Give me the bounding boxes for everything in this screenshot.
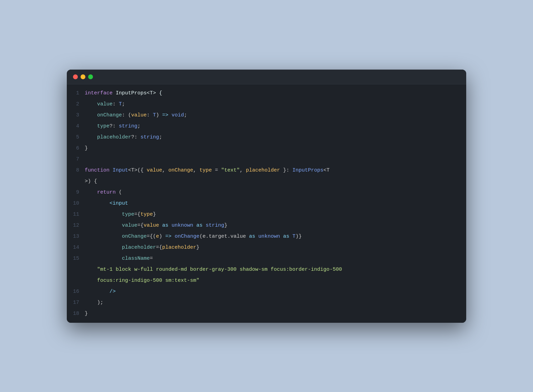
titlebar [67, 70, 466, 84]
code-line-18: 18 } [67, 308, 466, 319]
code-line-15a: 15 className= [67, 253, 466, 264]
line-number: 9 [67, 187, 85, 198]
line-number: 12 [67, 220, 85, 231]
line-number: 2 [67, 99, 85, 110]
line-number: 17 [67, 298, 85, 308]
code-line-5: 5 placeholder?: string; [67, 132, 466, 143]
line-number: 5 [67, 132, 85, 143]
code-line-14: 14 placeholder={placeholder} [67, 242, 466, 253]
line-number: 8 [67, 165, 85, 176]
line-content: onChange: (value: T) => void; [85, 110, 466, 121]
line-number: 18 [67, 309, 85, 319]
line-number: 1 [67, 88, 85, 99]
code-line-3: 3 onChange: (value: T) => void; [67, 110, 466, 121]
code-line-6: 6 } [67, 143, 466, 154]
line-content: value={value as unknown as string} [85, 220, 466, 231]
line-content: /> [85, 287, 466, 297]
line-number: 6 [67, 143, 85, 154]
line-number: 4 [67, 121, 85, 132]
code-line-15c: focus:ring-indigo-500 sm:text-sm" [67, 275, 466, 286]
line-number: 14 [67, 243, 85, 253]
line-content: "mt-1 block w-full rounded-md border-gra… [85, 265, 466, 275]
maximize-button[interactable] [88, 74, 93, 79]
code-line-2: 2 value: T; [67, 99, 466, 110]
line-content [85, 154, 466, 165]
line-content: } [85, 309, 466, 319]
line-content: placeholder={placeholder} [85, 243, 466, 253]
line-number: 11 [67, 209, 85, 220]
line-content: value: T; [85, 99, 466, 110]
close-button[interactable] [73, 74, 78, 79]
code-line-8a: 8 function Input<T>({ value, onChange, t… [67, 165, 466, 176]
line-number: 10 [67, 198, 85, 209]
code-line-10: 10 <input [67, 198, 466, 209]
code-line-16: 16 /> [67, 286, 466, 297]
code-line-12: 12 value={value as unknown as string} [67, 220, 466, 231]
line-content: } [85, 143, 466, 154]
code-container: 1 interface InputProps<T> { 2 value: T; … [67, 84, 466, 323]
code-line-4: 4 type?: string; [67, 121, 466, 132]
line-content: className= [85, 254, 466, 264]
code-line-8b: >) { [67, 176, 466, 187]
line-number: 3 [67, 110, 85, 121]
line-content: type?: string; [85, 121, 466, 132]
code-line-1: 1 interface InputProps<T> { [67, 88, 466, 99]
line-content: >) { [85, 176, 466, 187]
code-line-11: 11 type={type} [67, 209, 466, 220]
code-line-7: 7 [67, 154, 466, 165]
code-line-15b: "mt-1 block w-full rounded-md border-gra… [67, 264, 466, 275]
code-line-9: 9 return ( [67, 187, 466, 198]
line-number: 13 [67, 231, 85, 242]
line-content: onChange={(e) => onChange(e.target.value… [85, 231, 466, 242]
code-editor-window: 1 interface InputProps<T> { 2 value: T; … [67, 70, 466, 323]
line-content: type={type} [85, 209, 466, 220]
line-content: placeholder?: string; [85, 132, 466, 143]
code-line-17: 17 ); [67, 297, 466, 308]
line-content: focus:ring-indigo-500 sm:text-sm" [85, 276, 466, 286]
line-content: interface InputProps<T> { [85, 88, 466, 99]
line-number: 7 [67, 154, 85, 165]
line-content: ); [85, 298, 466, 308]
minimize-button[interactable] [81, 74, 85, 79]
line-content: function Input<T>({ value, onChange, typ… [85, 165, 466, 176]
line-number: 16 [67, 287, 85, 297]
line-content: return ( [85, 187, 466, 198]
line-content: <input [85, 198, 466, 209]
code-line-13: 13 onChange={(e) => onChange(e.target.va… [67, 231, 466, 242]
line-number: 15 [67, 254, 85, 264]
